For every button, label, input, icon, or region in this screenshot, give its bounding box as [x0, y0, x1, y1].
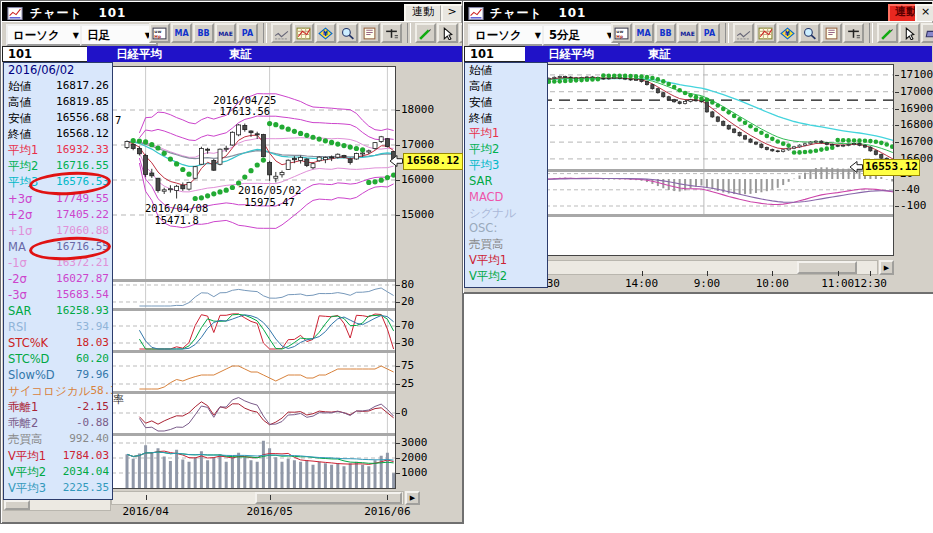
chart-type-label: ローソク — [475, 28, 522, 43]
x-axis-label: 9:00 — [687, 277, 727, 290]
indicator-value: 16258.93 — [56, 304, 109, 320]
bb-indicator-icon[interactable]: BB — [655, 23, 676, 43]
y-axis-tick — [396, 413, 400, 414]
indicator-value: 16568.12 — [56, 127, 109, 143]
svg-text:2016/04/08: 2016/04/08 — [145, 202, 208, 214]
sidebar-scrollbar[interactable] — [3, 499, 111, 511]
window-title: チャート 101 — [490, 5, 586, 22]
pa-indicator-icon[interactable]: PA — [237, 23, 258, 43]
draw-pencil-icon[interactable] — [877, 23, 898, 43]
indicator-label: STC%D — [8, 352, 49, 368]
zoom-lens-icon[interactable] — [799, 23, 820, 43]
indicator-sidebar[interactable]: 始値高値安値終値平均1平均2平均3SARMACDシグナルOSC:売買高V平均1V… — [464, 62, 548, 288]
window-title: チャート 101 — [30, 5, 126, 22]
line-chart-icon[interactable] — [271, 23, 292, 43]
indicator-label: 始値 — [8, 79, 31, 95]
indicator-label: V平均1 — [8, 449, 46, 465]
y-axis-tick — [396, 384, 400, 385]
price-yen-icon[interactable]: ¥ — [777, 23, 798, 43]
chart-type-dropdown[interactable]: ローソク ▼ — [468, 24, 548, 46]
daily-chart-canvas[interactable]: 2016/04/2517613.562016/04/0815471.82016/… — [111, 66, 396, 489]
svg-text:7: 7 — [115, 114, 121, 126]
draw-pencil-icon[interactable] — [415, 23, 436, 43]
quote-board-icon[interactable]: uwHp — [149, 23, 170, 43]
indicator-label: OSC: — [469, 221, 497, 237]
indicator-value: 60.20 — [76, 352, 109, 368]
chart-window-5min: チャート 101 連動 × ローソク ▼ 5分足 ▼ uwHpMABBMAEPA… — [462, 0, 933, 294]
indicator-row: STC%K18.03 — [4, 336, 112, 352]
y-axis-tick — [396, 180, 400, 181]
data-sheet-icon[interactable] — [821, 23, 842, 43]
eraser-icon[interactable] — [921, 23, 933, 43]
mae-indicator-icon[interactable]: MAE — [215, 23, 236, 43]
chart-type-dropdown[interactable]: ローソク ▼ — [6, 24, 86, 46]
data-sheet-icon[interactable] — [359, 23, 380, 43]
svg-text:Hp: Hp — [616, 33, 623, 38]
chart-scrollbar-thumb[interactable] — [255, 492, 402, 504]
indicator-row: SAR — [465, 174, 547, 190]
ma-indicator-icon-label: MA — [174, 29, 188, 38]
chart-window-daily: チャート 101 連動 > ローソク ▼ 日足 ▼ uwHpMABBMAEPA¥… — [0, 0, 464, 524]
y-axis-label: -100 — [900, 199, 927, 212]
y-axis-tick — [396, 285, 400, 286]
chart-scrollbar[interactable] — [111, 491, 404, 505]
indicator-label: 終値 — [469, 111, 492, 127]
pointer-cursor-icon[interactable] — [437, 23, 458, 43]
price-yen-icon[interactable]: ¥ — [315, 23, 336, 43]
timeframe-dropdown[interactable]: 5分足 ▼ — [542, 24, 620, 46]
indicator-sidebar[interactable]: 2016/06/02始値16817.26高値16819.85安値16556.68… — [3, 62, 113, 500]
x-axis-label: 14:00 — [622, 277, 662, 290]
indicator-row: 高値16819.85 — [4, 95, 112, 111]
chart-scrollbar-thumb[interactable] — [797, 261, 857, 274]
pa-indicator-icon[interactable]: PA — [699, 23, 720, 43]
y-axis-label: 1000 — [401, 466, 428, 479]
quote-board-icon[interactable]: uwHp — [611, 23, 632, 43]
indicator-row: 高値 — [465, 79, 547, 95]
market-name: 東証 — [648, 47, 671, 62]
ma-indicator-icon[interactable]: MA — [633, 23, 654, 43]
title-bar[interactable]: チャート 101 連動 × — [464, 2, 932, 21]
mae-indicator-icon[interactable]: MAE — [677, 23, 698, 43]
timeframe-dropdown[interactable]: 日足 ▼ — [80, 24, 158, 46]
symbol-code-box[interactable]: 101 — [464, 46, 531, 62]
toolbar-separator — [725, 23, 729, 43]
indicator-label: SAR — [469, 174, 492, 190]
indicator-label: 売買高 — [469, 237, 504, 253]
crosshair-icon[interactable] — [843, 23, 864, 43]
symbol-name: 日経平均 — [548, 47, 594, 62]
market-name: 東証 — [229, 47, 252, 62]
indicator-row: 売買高 — [465, 237, 547, 253]
pointer-cursor-icon[interactable] — [899, 23, 920, 43]
symbol-code-box[interactable]: 101 — [2, 46, 93, 62]
svg-text:2016/05/02: 2016/05/02 — [238, 184, 301, 196]
line-chart-icon[interactable] — [733, 23, 754, 43]
crosshair-icon[interactable] — [381, 23, 402, 43]
indicator-label: 平均3 — [469, 158, 499, 174]
grid-chart-icon[interactable] — [293, 23, 314, 43]
indicator-row: +2σ17405.22 — [4, 208, 112, 224]
indicator-value: 2034.04 — [63, 465, 109, 481]
y-axis-tick — [895, 206, 899, 207]
scrollbar-right-arrow[interactable]: ▶ — [405, 491, 420, 505]
indicator-label: +2σ — [8, 208, 32, 224]
y-axis-label: 70 — [401, 319, 414, 332]
zoom-lens-icon[interactable] — [337, 23, 358, 43]
y-axis-tick — [895, 92, 899, 93]
indicator-row: 平均116932.33 — [4, 143, 112, 159]
grid-chart-icon[interactable] — [755, 23, 776, 43]
y-axis-tick — [895, 75, 899, 76]
y-axis-label: -40 — [900, 183, 920, 196]
scrollbar-right-arrow[interactable]: ▶ — [879, 260, 894, 275]
title-bar[interactable]: チャート 101 連動 > — [2, 2, 461, 21]
indicator-label: 平均1 — [8, 143, 38, 159]
chart-type-label: ローソク — [13, 28, 60, 43]
y-axis-tick — [895, 109, 899, 110]
sidebar-scrollbar-thumb[interactable] — [4, 500, 30, 510]
ma-indicator-icon[interactable]: MA — [171, 23, 192, 43]
indicator-row: V平均2 — [465, 269, 547, 285]
bb-indicator-icon[interactable]: BB — [193, 23, 214, 43]
indicator-row: RSI53.94 — [4, 320, 112, 336]
indicator-label: RSI — [8, 320, 27, 336]
chevron-down-icon: ▼ — [535, 31, 541, 40]
indicator-row: 乖離1-2.15 — [4, 400, 112, 416]
